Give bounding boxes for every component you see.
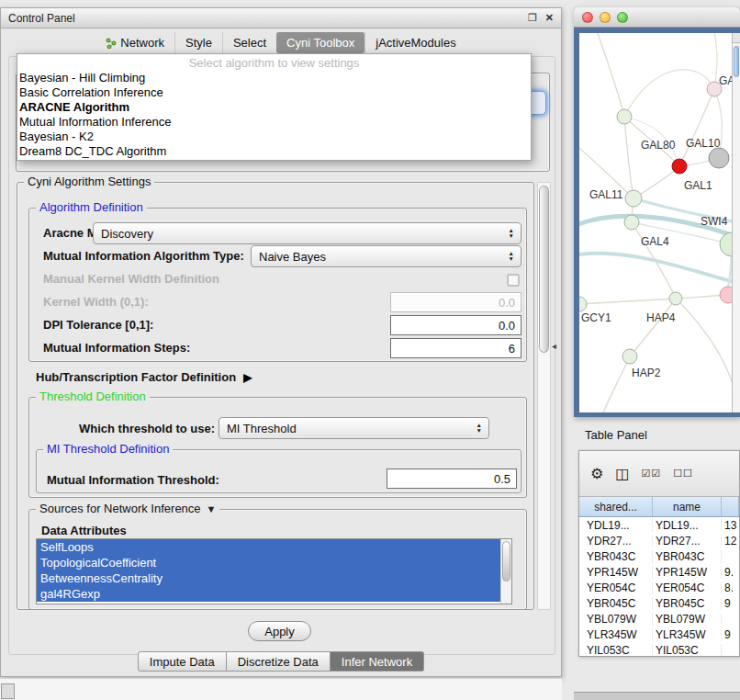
scrollbar-thumb[interactable]	[502, 541, 510, 581]
graph-edge	[713, 33, 717, 89]
apply-button[interactable]: Apply	[248, 621, 311, 641]
table-panel-window: ⚙ ◫ ☑☑ ☐☐ shared...name YDL19...YDL19...…	[578, 450, 740, 657]
threshold-definition-title: Threshold Definition	[36, 390, 150, 403]
aracne-mode-select[interactable]: Discovery ▲▼	[93, 222, 521, 244]
tab-cyni-toolbox[interactable]: Cyni Toolbox	[276, 32, 364, 53]
graph-edge	[601, 356, 630, 412]
graph-node-label: GAL80	[641, 139, 676, 152]
select-all-icon[interactable]: ☑☑	[641, 468, 661, 480]
which-threshold-select[interactable]: MI Threshold ▲▼	[219, 417, 489, 439]
graph-node-label: GAL1	[684, 179, 712, 192]
dpi-tolerance-field[interactable]: 0.0	[390, 315, 521, 335]
deselect-all-icon[interactable]: ☐☐	[673, 468, 693, 480]
graph-edge	[596, 33, 624, 117]
control-panel-window: Control Panel ❐ ✕ Network Style Select C…	[0, 7, 562, 677]
list-scrollbar[interactable]	[500, 539, 511, 604]
columns-icon[interactable]: ◫	[615, 465, 629, 482]
which-threshold-value: MI Threshold	[227, 422, 297, 435]
control-panel-titlebar[interactable]: Control Panel ❐ ✕	[1, 8, 561, 28]
tab-infer-network[interactable]: Infer Network	[331, 651, 424, 672]
zoom-button[interactable]	[617, 12, 628, 23]
network-graph[interactable]: GALGAL80GAL10GAL11GAL1SWI4GAL4GCY1HAP4HA…	[579, 33, 732, 412]
panel-collapse-icon[interactable]: ◂	[552, 341, 556, 351]
graph-node[interactable]	[617, 109, 632, 124]
table-row[interactable]: YPR145WYPR145W9.	[579, 564, 739, 580]
minimized-panel-icon[interactable]	[1, 683, 15, 699]
hub-definition-toggle[interactable]: Hub/Transcription Factor Definition ▶	[36, 370, 252, 384]
close-button[interactable]	[582, 12, 593, 23]
mi-algorithm-type-select[interactable]: Naive Bayes ▲▼	[251, 245, 521, 267]
graph-node[interactable]	[720, 232, 732, 256]
scrollbar-thumb[interactable]	[539, 186, 549, 353]
graph-node[interactable]	[622, 349, 637, 364]
attribute-item[interactable]: gal4RGexp	[37, 586, 500, 602]
attribute-item[interactable]: TopologicalCoefficient	[37, 555, 500, 570]
graph-node-label: GAL11	[589, 188, 623, 201]
manual-kernel-width-checkbox[interactable]	[507, 274, 520, 287]
attribute-item[interactable]: SelfLoops	[37, 539, 500, 555]
table-row[interactable]: YBR045CYBR045C9	[579, 595, 739, 611]
table-row[interactable]: YDR27...YDR27...12	[579, 533, 739, 548]
algorithm-placeholder-option[interactable]: Select algorithm to view settings	[17, 56, 531, 71]
scrollbar-button[interactable]	[733, 33, 740, 43]
table-panel-title: Table Panel	[585, 428, 647, 442]
column-header[interactable]: name	[653, 497, 722, 516]
network-scrollbar[interactable]	[732, 33, 740, 412]
expand-right-icon[interactable]: ▶	[243, 371, 252, 384]
column-header[interactable]	[722, 497, 739, 516]
attribute-item[interactable]: BetweennessCentrality	[37, 570, 500, 586]
tab-label: jActiveModules	[376, 36, 455, 50]
graph-node[interactable]	[624, 215, 639, 230]
tab-style[interactable]: Style	[174, 32, 222, 53]
algorithm-option[interactable]: Basic Correlation Inference	[17, 85, 531, 100]
table-row[interactable]: YDL19...YDL19...13	[579, 517, 739, 533]
graph-edge	[624, 117, 633, 198]
tab-jactivemodules[interactable]: jActiveModules	[364, 32, 465, 53]
bottom-panel-edge	[574, 692, 740, 700]
table-row[interactable]: YBL079WYBL079W	[579, 611, 739, 627]
graph-node[interactable]	[720, 287, 732, 303]
expand-down-icon[interactable]: ▼	[207, 503, 217, 514]
close-window-icon[interactable]: ✕	[545, 12, 554, 24]
tab-discretize-data[interactable]: Discretize Data	[227, 651, 331, 672]
minimize-button[interactable]	[600, 12, 611, 23]
tab-label: Network	[120, 36, 164, 50]
graph-node[interactable]	[672, 159, 687, 174]
algorithm-option[interactable]: Mutual Information Inference	[17, 115, 531, 130]
table-row[interactable]: YLR345WYLR345W9	[579, 627, 739, 642]
column-header[interactable]: shared...	[579, 497, 653, 516]
window-title: Control Panel	[8, 12, 520, 25]
kernel-width-field[interactable]: 0.0	[390, 292, 521, 312]
data-attributes-list[interactable]: SelfLoopsTopologicalCoefficientBetweenne…	[36, 538, 512, 604]
table-row[interactable]: YBR043CYBR043C	[579, 548, 739, 564]
tab-label: Style	[185, 36, 212, 50]
scrollbar-thumb[interactable]	[734, 46, 739, 77]
graph-node[interactable]	[579, 297, 587, 311]
tab-network[interactable]: Network	[95, 32, 174, 53]
float-window-icon[interactable]: ❐	[528, 12, 537, 24]
algorithm-option[interactable]: Bayesian - K2	[17, 130, 531, 144]
graph-node[interactable]	[709, 148, 729, 168]
graph-node[interactable]	[669, 292, 682, 305]
tab-impute-data[interactable]: Impute Data	[138, 651, 227, 672]
graph-node[interactable]	[625, 190, 642, 207]
table-header: shared...name	[579, 497, 739, 517]
algorithm-dropdown-list[interactable]: Select algorithm to view settings Bayesi…	[17, 53, 532, 161]
table-row[interactable]: YIL053CYIL053C	[579, 642, 739, 656]
combo-arrows-icon: ▲▼	[509, 251, 514, 262]
mi-steps-field[interactable]: 6	[390, 338, 521, 358]
settings-scrollbar[interactable]	[537, 182, 551, 610]
network-window-titlebar[interactable]	[574, 7, 740, 28]
sources-group-title[interactable]: Sources for Network Inference▼	[36, 502, 219, 515]
algorithm-option[interactable]: ARACNE Algorithm	[17, 100, 531, 115]
graph-node-label: GAL	[719, 74, 732, 87]
hub-definition-label: Hub/Transcription Factor Definition	[36, 370, 236, 384]
tab-select[interactable]: Select	[222, 32, 276, 53]
algorithm-option[interactable]: Bayesian - Hill Climbing	[17, 71, 531, 85]
gear-icon[interactable]: ⚙	[590, 465, 603, 482]
combo-arrows-icon: ▲▼	[477, 423, 482, 434]
table-row[interactable]: YER054CYER054C8.	[579, 580, 739, 595]
mi-threshold-field[interactable]: 0.5	[387, 469, 517, 489]
table-body: YDL19...YDL19...13YDR27...YDR27...12YBR0…	[579, 517, 739, 656]
algorithm-option[interactable]: Dream8 DC_TDC Algorithm	[17, 144, 531, 159]
